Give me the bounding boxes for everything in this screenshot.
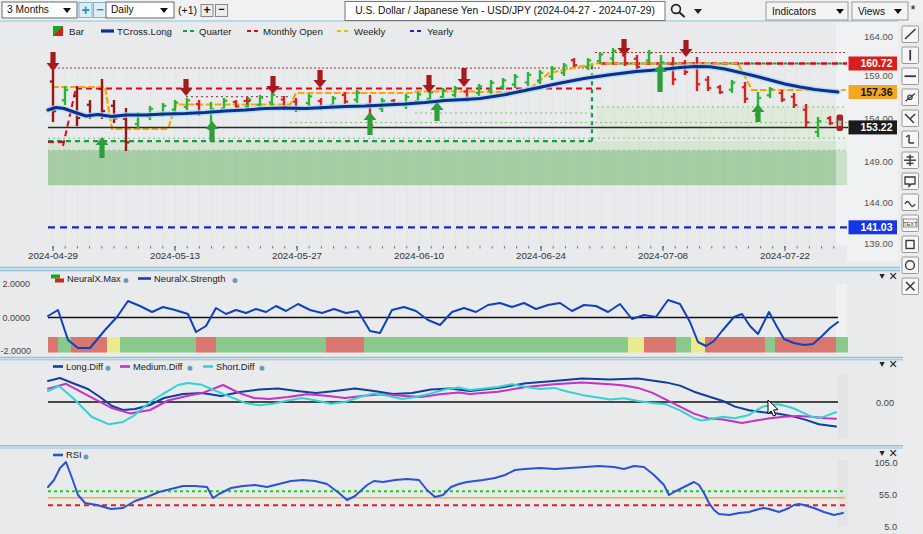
svg-text:TEXT: TEXT (903, 221, 917, 227)
svg-text:Bar: Bar (69, 26, 85, 37)
svg-text:164.00: 164.00 (864, 31, 893, 42)
svg-text:149.00: 149.00 (864, 156, 893, 167)
svg-text:NeuralX.Max: NeuralX.Max (67, 274, 121, 284)
svg-text:2024-07-22: 2024-07-22 (760, 250, 810, 261)
svg-text:Monthly Open: Monthly Open (263, 26, 323, 37)
svg-text:Yearly: Yearly (427, 26, 454, 37)
svg-text:Indicators: Indicators (772, 6, 816, 17)
svg-text:▾: ▾ (879, 447, 884, 458)
svg-text:▾: ▾ (879, 270, 884, 281)
svg-text:+: + (203, 3, 210, 17)
svg-text:Long.Diff: Long.Diff (66, 362, 103, 372)
svg-text:0.00: 0.00 (876, 398, 894, 408)
svg-text:2024-05-27: 2024-05-27 (272, 250, 322, 261)
svg-text:5.0: 5.0 (884, 522, 897, 532)
svg-text:(+1): (+1) (178, 4, 197, 16)
svg-text:0.0000: 0.0000 (3, 313, 31, 323)
svg-text:2.0000: 2.0000 (3, 279, 31, 289)
svg-text:▾: ▾ (879, 358, 884, 369)
svg-text:Short.Diff: Short.Diff (216, 362, 255, 372)
svg-text:105.0: 105.0 (875, 458, 898, 468)
svg-text:153.22: 153.22 (860, 121, 892, 133)
svg-text:Medium.Diff: Medium.Diff (133, 362, 183, 372)
svg-text:2024-06-10: 2024-06-10 (394, 250, 445, 261)
svg-text:U.S. Dollar / Japanese Yen - U: U.S. Dollar / Japanese Yen - USD/JPY (20… (355, 5, 655, 16)
svg-text:-2.0000: -2.0000 (1, 346, 32, 356)
svg-text:✕: ✕ (888, 270, 897, 282)
svg-text:3 Months: 3 Months (7, 4, 49, 15)
svg-text:Views: Views (858, 6, 885, 17)
svg-text:160.72: 160.72 (860, 57, 892, 69)
svg-text:159.00: 159.00 (864, 70, 893, 81)
svg-text:2024-05-13: 2024-05-13 (150, 250, 201, 261)
svg-text:NeuralX.Strength: NeuralX.Strength (154, 274, 225, 284)
svg-text:2024-04-29: 2024-04-29 (28, 250, 78, 261)
svg-text:Weekly: Weekly (354, 26, 385, 37)
svg-text:157.36: 157.36 (860, 86, 892, 98)
svg-text:−: − (218, 3, 224, 15)
svg-text:Daily: Daily (111, 4, 135, 15)
svg-text:TCross.Long: TCross.Long (117, 26, 172, 37)
svg-text:144.00: 144.00 (864, 197, 893, 208)
svg-text:+: + (81, 2, 89, 18)
svg-text:139.00: 139.00 (864, 238, 893, 249)
svg-text:55.0: 55.0 (879, 490, 897, 500)
svg-text:2024-06-24: 2024-06-24 (516, 250, 567, 261)
svg-text:✕: ✕ (888, 447, 897, 459)
svg-text:✕: ✕ (888, 358, 897, 370)
svg-text:2024-07-08: 2024-07-08 (638, 250, 689, 261)
svg-text:−: − (96, 2, 104, 17)
svg-text:Quarter: Quarter (199, 26, 232, 37)
svg-text:*: * (910, 2, 915, 17)
svg-text:141.03: 141.03 (860, 221, 892, 233)
svg-text:RSI: RSI (66, 450, 82, 460)
